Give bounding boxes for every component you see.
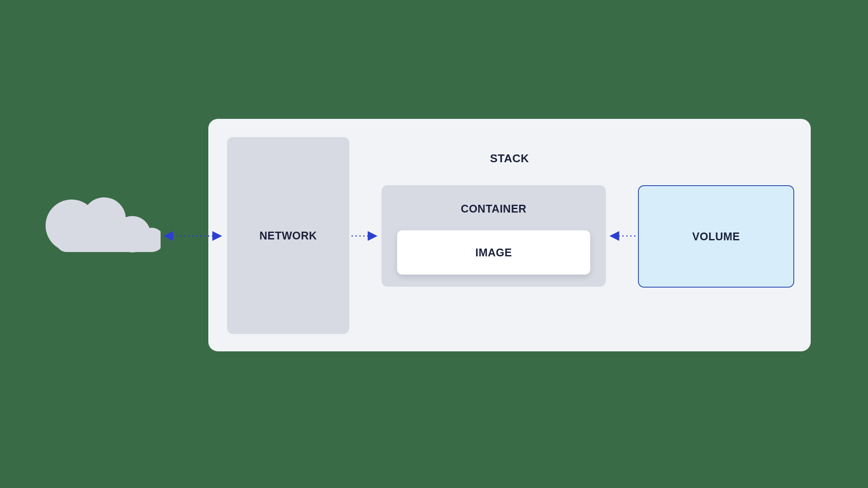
image-box: IMAGE [397,230,590,275]
diagram-canvas: STACK NETWORK CONTAINER IMAGE VOLUME [0,0,868,488]
volume-label: VOLUME [692,230,740,243]
cloud-icon [30,193,161,271]
container-box: CONTAINER IMAGE [381,185,606,287]
network-label: NETWORK [260,229,317,242]
network-box: NETWORK [227,137,349,334]
volume-box: VOLUME [638,185,794,288]
svg-rect-4 [56,232,161,252]
image-label: IMAGE [475,246,512,259]
container-label: CONTAINER [381,203,606,215]
